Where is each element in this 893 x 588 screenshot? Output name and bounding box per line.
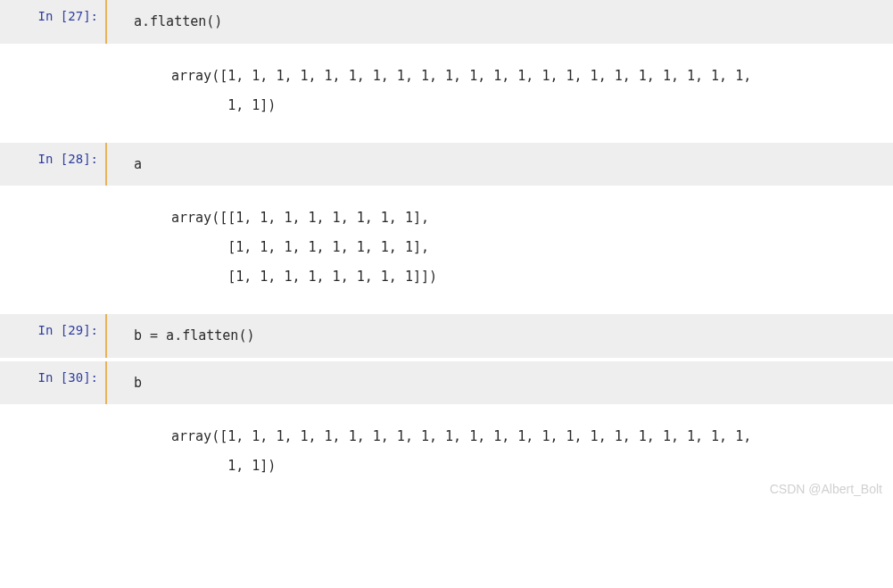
output-cell: array([[1, 1, 1, 1, 1, 1, 1, 1], [1, 1, … [0, 186, 893, 314]
code-input[interactable]: a [134, 143, 893, 186]
output-cell: array([1, 1, 1, 1, 1, 1, 1, 1, 1, 1, 1, … [0, 44, 893, 143]
input-cell: In [30]:b [0, 361, 893, 405]
output-text: array([1, 1, 1, 1, 1, 1, 1, 1, 1, 1, 1, … [134, 44, 893, 143]
output-spacer [0, 44, 107, 143]
cell-divider [105, 0, 107, 44]
notebook-container: In [27]:a.flatten()array([1, 1, 1, 1, 1,… [0, 0, 893, 503]
code-input[interactable]: b [134, 361, 893, 405]
cell-divider [105, 143, 107, 186]
output-spacer [0, 404, 107, 503]
input-prompt: In [27]: [0, 0, 105, 44]
output-spacer [0, 186, 107, 314]
input-cell: In [27]:a.flatten() [0, 0, 893, 44]
input-prompt: In [29]: [0, 314, 105, 358]
code-input[interactable]: a.flatten() [134, 0, 893, 44]
cell-divider [105, 361, 107, 405]
cell-divider [105, 314, 107, 358]
output-cell: array([1, 1, 1, 1, 1, 1, 1, 1, 1, 1, 1, … [0, 404, 893, 503]
input-prompt: In [28]: [0, 143, 105, 186]
input-cell: In [29]:b = a.flatten() [0, 314, 893, 358]
watermark-text: CSDN @Albert_Bolt [770, 482, 882, 496]
input-prompt: In [30]: [0, 361, 105, 405]
input-cell: In [28]:a [0, 143, 893, 186]
output-text: array([[1, 1, 1, 1, 1, 1, 1, 1], [1, 1, … [134, 186, 893, 314]
code-input[interactable]: b = a.flatten() [134, 314, 893, 358]
